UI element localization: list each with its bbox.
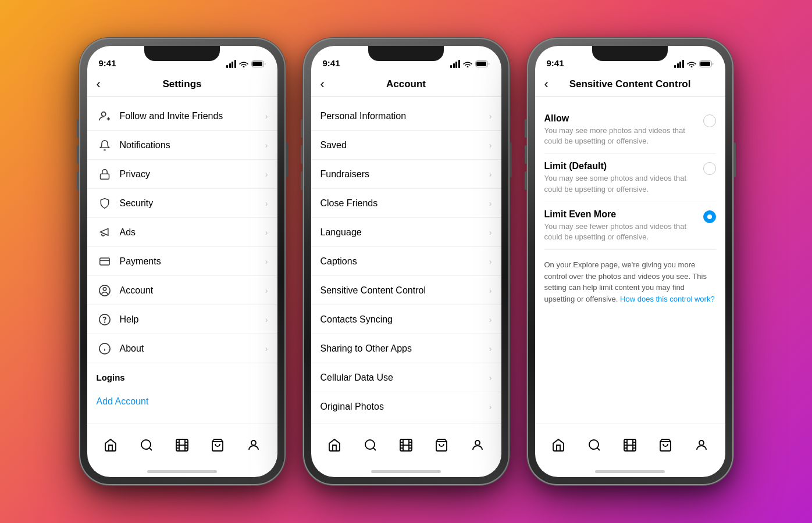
limit-more-radio[interactable] <box>703 210 716 223</box>
original-photos-label: Original Photos <box>320 402 489 412</box>
svg-point-2 <box>101 112 105 116</box>
settings-item-privacy[interactable]: Privacy › <box>87 160 277 189</box>
tab-bar-1 <box>87 424 277 465</box>
tab-search-3[interactable] <box>582 432 607 458</box>
allow-title: Allow <box>544 113 696 124</box>
svg-point-41 <box>589 440 599 449</box>
notch-2 <box>368 46 444 61</box>
svg-rect-1 <box>252 62 262 66</box>
account-item-contacts[interactable]: Contacts Syncing › <box>311 305 501 334</box>
scc-option-limit-more-text: Limit Even More You may see fewer photos… <box>544 209 696 242</box>
volume-mute-btn-2 <box>301 119 303 138</box>
scc-option-limit[interactable]: Limit (Default) You may see some photos … <box>544 154 716 202</box>
back-btn-account[interactable]: ‹ <box>320 77 325 92</box>
status-time-1: 9:41 <box>99 58 116 68</box>
power-btn <box>286 142 288 177</box>
chevron-language: › <box>489 228 492 237</box>
settings-item-help[interactable]: Help › <box>87 305 277 334</box>
limit-more-title: Limit Even More <box>544 209 696 220</box>
log-out-item[interactable]: Log Out <box>87 416 277 424</box>
account-item-cellular[interactable]: Cellular Data Use › <box>311 363 501 392</box>
tab-home-2[interactable] <box>322 432 347 458</box>
tab-shop-3[interactable] <box>653 432 678 458</box>
tab-profile-1[interactable] <box>241 432 266 458</box>
account-title: Account <box>386 78 426 90</box>
tab-home-1[interactable] <box>98 432 123 458</box>
tab-reels-2[interactable] <box>393 432 419 458</box>
svg-rect-40 <box>700 62 710 66</box>
allow-radio[interactable] <box>703 114 716 127</box>
volume-down-btn-2 <box>301 171 303 190</box>
chevron-security: › <box>265 199 268 208</box>
tab-bar-2 <box>311 424 501 465</box>
tab-reels-3[interactable] <box>617 432 643 458</box>
settings-item-payments[interactable]: Payments › <box>87 247 277 276</box>
home-bar-2 <box>371 470 441 473</box>
limit-more-desc: You may see fewer photos and videos that… <box>544 221 696 242</box>
phone-3: 9:41 ‹ <box>527 38 733 485</box>
account-item-personal[interactable]: Personal Information › <box>311 102 501 131</box>
status-time-3: 9:41 <box>547 58 564 68</box>
logins-section-header: Logins <box>87 363 277 387</box>
privacy-label: Privacy <box>120 169 265 180</box>
settings-item-ads[interactable]: Ads › <box>87 218 277 247</box>
limit-desc: You may see some photos and videos that … <box>544 173 696 194</box>
limit-radio[interactable] <box>703 162 716 175</box>
scc-description: On your Explore page, we're giving you m… <box>544 250 716 314</box>
account-item-captions[interactable]: Captions › <box>311 247 501 276</box>
phone-2: 9:41 ‹ <box>303 38 510 485</box>
settings-list: Follow and Invite Friends › Notification… <box>87 97 277 424</box>
power-btn-3 <box>733 142 736 177</box>
chevron-account: › <box>265 286 268 295</box>
settings-item-security[interactable]: Security › <box>87 189 277 218</box>
notifications-label: Notifications <box>120 140 265 151</box>
scc-option-limit-text: Limit (Default) You may see some photos … <box>544 161 696 194</box>
tab-reels-1[interactable] <box>169 432 195 458</box>
scc-option-allow[interactable]: Allow You may see more photos and videos… <box>544 106 716 154</box>
tab-home-3[interactable] <box>546 432 571 458</box>
scc-option-allow-text: Allow You may see more photos and videos… <box>544 113 696 146</box>
account-item-sharing[interactable]: Sharing to Other Apps › <box>311 334 501 363</box>
scc-option-limit-more[interactable]: Limit Even More You may see fewer photos… <box>544 202 716 250</box>
payments-label: Payments <box>120 256 265 267</box>
sensitive-content: Allow You may see more photos and videos… <box>535 97 725 424</box>
scc-link[interactable]: How does this control work? <box>620 295 715 303</box>
volume-mute-btn <box>77 119 79 138</box>
account-item-sensitive[interactable]: Sensitive Content Control › <box>311 276 501 305</box>
settings-item-account[interactable]: Account › <box>87 276 277 305</box>
phone-1: 9:41 <box>79 38 286 485</box>
tab-bar-3 <box>535 424 725 465</box>
megaphone-icon <box>97 227 113 238</box>
add-account-item[interactable]: Add Account <box>87 387 277 416</box>
tab-shop-2[interactable] <box>429 432 454 458</box>
svg-line-14 <box>149 447 151 450</box>
tab-profile-3[interactable] <box>689 432 714 458</box>
settings-item-about[interactable]: About › <box>87 334 277 363</box>
svg-rect-3 <box>100 174 109 179</box>
account-item-photos[interactable]: Original Photos › <box>311 392 501 421</box>
settings-item-follow[interactable]: Follow and Invite Friends › <box>87 102 277 131</box>
chevron-photos: › <box>489 402 492 411</box>
back-btn-sensitive[interactable]: ‹ <box>544 77 549 92</box>
sensitive-label: Sensitive Content Control <box>320 285 489 296</box>
tab-search-1[interactable] <box>134 432 159 458</box>
tab-search-2[interactable] <box>358 432 383 458</box>
back-btn-settings[interactable]: ‹ <box>97 77 101 92</box>
settings-title: Settings <box>162 78 201 90</box>
allow-desc: You may see more photos and videos that … <box>544 126 696 146</box>
home-indicator-2 <box>311 465 501 477</box>
battery-icon-1 <box>251 60 266 67</box>
security-label: Security <box>120 198 265 209</box>
chevron-about: › <box>265 344 268 353</box>
svg-point-27 <box>365 440 375 449</box>
account-item-close-friends[interactable]: Close Friends › <box>311 189 501 218</box>
svg-point-7 <box>103 287 106 291</box>
volume-up-btn-3 <box>525 145 527 164</box>
account-item-language[interactable]: Language › <box>311 218 501 247</box>
account-item-fundraisers[interactable]: Fundraisers › <box>311 160 501 189</box>
tab-profile-2[interactable] <box>465 432 490 458</box>
settings-item-notifications[interactable]: Notifications › <box>87 131 277 160</box>
tab-shop-1[interactable] <box>205 432 230 458</box>
volume-mute-btn-3 <box>525 119 527 138</box>
account-item-saved[interactable]: Saved › <box>311 131 501 160</box>
